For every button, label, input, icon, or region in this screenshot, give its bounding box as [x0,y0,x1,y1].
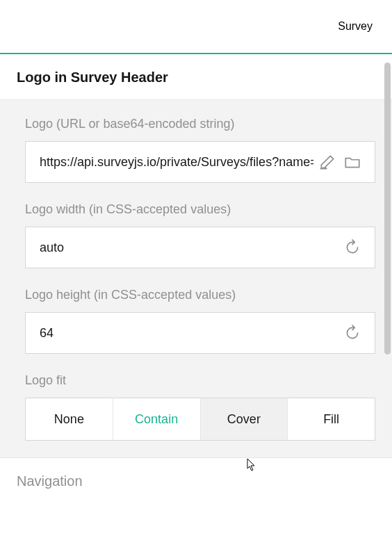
topbar: Survey [0,0,392,54]
logo-height-input[interactable] [38,325,340,341]
logo-height-input-group [25,312,375,354]
logo-width-input[interactable] [38,240,340,256]
logo-fit-contain-button[interactable]: Contain [113,398,200,440]
logo-fit-none-button[interactable]: None [26,398,113,440]
navigation-title: Navigation [17,473,83,489]
logo-url-input[interactable] [38,154,315,170]
section-header-logo[interactable]: Logo in Survey Header [0,54,392,100]
logo-width-input-group [25,227,375,268]
reset-icon[interactable] [340,235,365,260]
logo-height-label: Logo height (in CSS-accepted values) [25,288,375,302]
logo-url-label: Logo (URL or base64-encoded string) [25,117,375,131]
clear-icon[interactable] [315,149,340,174]
field-logo-fit: Logo fit None Contain Cover Fill [25,373,375,441]
form-body-logo: Logo (URL or base64-encoded string) Logo… [0,100,392,457]
logo-fit-button-row: None Contain Cover Fill [25,398,375,441]
logo-fit-cover-button[interactable]: Cover [200,398,288,440]
logo-fit-fill-button[interactable]: Fill [287,398,375,440]
scrollbar[interactable] [384,63,391,354]
field-logo-url: Logo (URL or base64-encoded string) [25,117,375,183]
folder-icon[interactable] [340,149,365,174]
logo-width-label: Logo width (in CSS-accepted values) [25,202,375,217]
reset-icon[interactable] [340,320,365,345]
section-header-navigation[interactable]: Navigation [0,457,392,502]
section-title: Logo in Survey Header [17,70,375,85]
topbar-title[interactable]: Survey [338,20,373,33]
logo-fit-label: Logo fit [25,373,375,388]
logo-url-input-group [25,141,375,183]
field-logo-height: Logo height (in CSS-accepted values) [25,288,375,354]
field-logo-width: Logo width (in CSS-accepted values) [25,202,375,268]
